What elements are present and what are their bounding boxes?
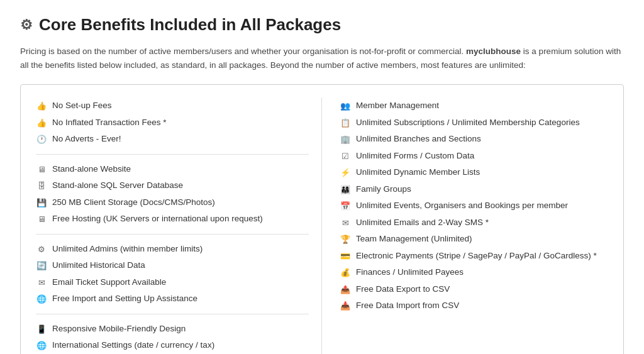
list-item: ☑ Unlimited Forms / Custom Data [340, 148, 608, 165]
intro-paragraph: Pricing is based on the number of active… [20, 45, 624, 72]
list-item: 💾 250 MB Client Storage (Docs/CMS/Photos… [36, 194, 309, 211]
list-item: 🏆 Team Management (Unlimited) [340, 231, 608, 248]
item-text: Stand-alone Website [52, 163, 131, 175]
item-icon: ⚡ [340, 167, 351, 179]
item-icon: ✉ [36, 277, 47, 289]
list-item: ✉ Email Ticket Support Available [36, 274, 309, 291]
item-text: Unlimited Admins (within member limits) [52, 243, 203, 255]
list-item: 🖥 Stand-alone Website [36, 161, 309, 178]
list-item: 🗄 Stand-alone SQL Server Database [36, 177, 309, 194]
item-text: No Set-up Fees [52, 99, 112, 112]
left-group-3: ⚙ Unlimited Admins (within member limits… [36, 241, 309, 307]
item-text: Free Import and Setting Up Assistance [52, 292, 197, 305]
item-icon: 🔄 [36, 260, 47, 272]
item-text: Unlimited Subscriptions / Unlimited Memb… [356, 116, 580, 129]
item-text: Member Management [356, 99, 439, 112]
item-text: Free Data Import from CSV [356, 299, 459, 312]
item-icon: 📋 [340, 117, 351, 130]
item-icon: 📅 [340, 200, 351, 213]
item-text: Unlimited Historical Data [52, 259, 145, 272]
left-group-2: 🖥 Stand-alone Website 🗄 Stand-alone SQL … [36, 161, 309, 228]
item-icon: 💳 [340, 250, 351, 263]
gear-icon: ⚙ [20, 17, 33, 33]
item-icon: 💰 [340, 267, 351, 279]
item-icon: 🏆 [340, 233, 351, 246]
left-group-4: 📱 Responsive Mobile-Friendly Design 🌐 In… [36, 321, 309, 354]
list-item: 💳 Electronic Payments (Stripe / SagePay … [340, 248, 608, 265]
list-item: 👍 No Inflated Transaction Fees * [36, 114, 309, 131]
item-icon: 💾 [36, 197, 47, 209]
list-item: 💰 Finances / Unlimited Payees [340, 264, 608, 281]
item-icon: 🗄 [36, 180, 47, 192]
list-item: 🏢 Unlimited Branches and Sections [340, 131, 608, 148]
list-item: ⚡ Unlimited Dynamic Member Lists [340, 164, 608, 181]
list-item: 🌐 International Settings (date / currenc… [36, 337, 309, 354]
item-icon: 🏢 [340, 133, 351, 146]
item-text: Unlimited Emails and 2-Way SMS * [356, 216, 489, 229]
left-group-1: 👍 No Set-up Fees 👍 No Inflated Transacti… [36, 97, 309, 148]
item-icon: ⚙ [36, 243, 47, 256]
list-item: 👍 No Set-up Fees [36, 97, 309, 114]
item-text: Free Hosting (UK Servers or internationa… [52, 213, 263, 225]
item-icon: 🖥 [36, 213, 47, 226]
list-item: ✉ Unlimited Emails and 2-Way SMS * [340, 214, 608, 231]
page-title: ⚙ Core Benefits Included in All Packages [20, 15, 624, 35]
item-text: International Settings (date / currency … [52, 339, 214, 351]
list-item: 👨‍👩‍👧 Family Groups [340, 181, 608, 198]
list-item: 👥 Member Management [340, 97, 608, 114]
item-icon: 👥 [340, 100, 351, 113]
item-text: No Adverts - Ever! [52, 133, 121, 145]
item-icon: 🌐 [36, 293, 47, 306]
item-icon: 🌐 [36, 340, 47, 352]
item-icon: 📱 [36, 323, 47, 336]
benefits-box: 👍 No Set-up Fees 👍 No Inflated Transacti… [20, 84, 624, 354]
list-item: 📥 Free Data Import from CSV [340, 297, 608, 314]
list-item: 🖥 Free Hosting (UK Servers or internatio… [36, 211, 309, 228]
item-text: Family Groups [356, 183, 411, 196]
item-text: No Inflated Transaction Fees * [52, 116, 167, 129]
item-text: Free Data Export to CSV [356, 283, 450, 296]
item-text: Unlimited Events, Organisers and Booking… [356, 199, 568, 212]
left-column: 👍 No Set-up Fees 👍 No Inflated Transacti… [36, 97, 322, 354]
list-item: ⚙ Unlimited Admins (within member limits… [36, 241, 309, 258]
item-text: Unlimited Branches and Sections [356, 133, 481, 145]
list-item: 🌐 Free Import and Setting Up Assistance [36, 290, 309, 307]
item-icon: ☑ [340, 150, 351, 163]
right-column: 👥 Member Management 📋 Unlimited Subscrip… [322, 97, 608, 354]
item-text: Unlimited Dynamic Member Lists [356, 166, 480, 179]
item-text: Responsive Mobile-Friendly Design [52, 323, 186, 335]
list-item: 🕐 No Adverts - Ever! [36, 131, 309, 148]
item-icon: 👍 [36, 117, 47, 130]
item-text: Unlimited Forms / Custom Data [356, 150, 474, 162]
item-icon: 👍 [36, 100, 47, 113]
item-text: Email Ticket Support Available [52, 276, 166, 289]
item-text: Team Management (Unlimited) [356, 233, 472, 245]
item-text: Stand-alone SQL Server Database [52, 179, 183, 192]
item-icon: 🕐 [36, 133, 47, 146]
item-text: 250 MB Client Storage (Docs/CMS/Photos) [52, 196, 215, 209]
list-item: 🔄 Unlimited Historical Data [36, 257, 309, 274]
item-icon: ✉ [340, 217, 351, 230]
item-text: Finances / Unlimited Payees [356, 266, 464, 279]
item-icon: 📥 [340, 300, 351, 313]
item-icon: 👨‍👩‍👧 [340, 184, 351, 196]
item-text: Electronic Payments (Stripe / SagePay / … [356, 250, 597, 262]
list-item: 📋 Unlimited Subscriptions / Unlimited Me… [340, 114, 608, 131]
item-icon: 🖥 [36, 163, 47, 176]
list-item: 📅 Unlimited Events, Organisers and Booki… [340, 197, 608, 214]
list-item: 📤 Free Data Export to CSV [340, 281, 608, 298]
list-item: 📱 Responsive Mobile-Friendly Design [36, 321, 309, 338]
item-icon: 📤 [340, 284, 351, 296]
